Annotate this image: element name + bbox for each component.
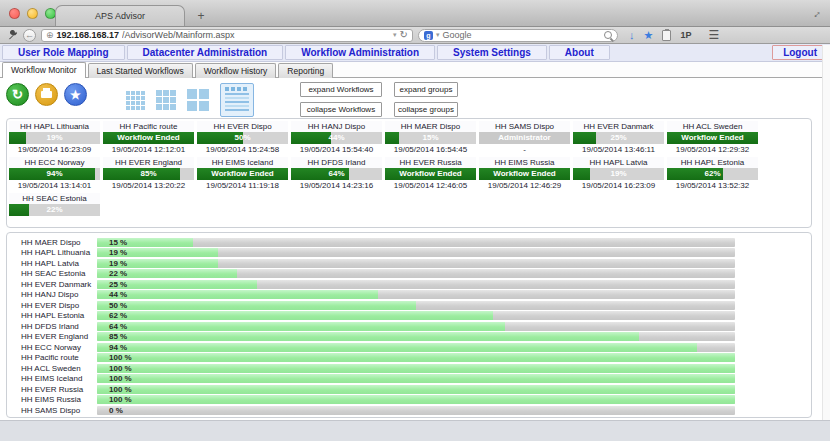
workflow-card-status-text: 50%	[197, 132, 288, 144]
workflow-card[interactable]: HH EVER RussiaWorkflow Ended19/05/2014 1…	[385, 157, 476, 191]
workflow-card[interactable]: HH EVER England85%19/05/2014 13:20:22	[103, 157, 194, 191]
workflow-card-timestamp: 19/05/2014 13:14:01	[9, 180, 100, 191]
collapse-workflows-button[interactable]: collapse Workflows	[300, 102, 382, 117]
back-button[interactable]: ←	[23, 29, 36, 42]
workflow-card-title: HH ECC Norway	[9, 157, 100, 168]
app-tab-strip: Workflow MonitorLast Started WorkflowsWo…	[0, 62, 830, 78]
tab-workflow-history[interactable]: Workflow History	[195, 63, 277, 78]
workflow-progress-rows: HH MAER Dispo15 %HH HAPL Lithuania19 %HH…	[7, 237, 811, 416]
workflow-progress-label: HH ECC Norway	[7, 343, 97, 352]
workflow-card-progress-bar: 15%	[385, 132, 476, 144]
small-tiles-view-icon[interactable]	[126, 91, 145, 110]
workflow-card[interactable]: HH EIMS RussiaWorkflow Ended19/05/2014 1…	[479, 157, 570, 191]
url-dropdown-icon[interactable]: ▾	[393, 31, 397, 39]
new-tab-button[interactable]: +	[192, 9, 210, 23]
workflow-card-progress-bar: 64%	[291, 168, 382, 180]
browser-tab-title: APS Advisor	[95, 11, 145, 21]
search-icon[interactable]	[604, 31, 612, 39]
window-controls[interactable]	[9, 8, 56, 19]
menu-item-workflow-administration[interactable]: Workflow Administration	[285, 45, 435, 60]
workflow-progress-label: HH SEAC Estonia	[7, 269, 97, 278]
browser-tab[interactable]: APS Advisor	[55, 5, 185, 26]
workflow-card[interactable]: HH EVER Dispo50%19/05/2014 15:24:58	[197, 121, 288, 155]
minimize-window-button[interactable]	[27, 8, 38, 19]
expand-groups-button[interactable]: expand groups	[394, 82, 458, 97]
workflow-card[interactable]: HH SAMS DispoAdministrator-	[479, 121, 570, 155]
workflow-progress-percent: 15 %	[109, 238, 127, 247]
workflow-card-progress-bar: 44%	[291, 132, 382, 144]
tab-last-started-workflows[interactable]: Last Started Workflows	[88, 63, 193, 78]
workflow-card-progress-bar: 22%	[9, 204, 100, 216]
workflow-progress-track: 85 %	[97, 332, 735, 341]
workflow-progress-fill	[97, 395, 735, 404]
collapse-groups-button[interactable]: collapse groups	[394, 102, 458, 117]
large-tiles-view-icon[interactable]	[187, 89, 209, 111]
workflow-card-title: HH SAMS Dispo	[479, 121, 570, 132]
search-bar[interactable]: g ▾ Google	[418, 29, 618, 42]
workflow-progress-row: HH EIMS Iceland100 %	[7, 374, 811, 385]
workflow-card-status-text: 44%	[291, 132, 382, 144]
search-engine-dropdown-icon[interactable]: ▾	[436, 31, 440, 39]
menu-icon[interactable]: ☰	[708, 28, 719, 42]
workflow-card[interactable]: HH HANJ Dispo44%19/05/2014 15:54:40	[291, 121, 382, 155]
downloads-icon[interactable]: ↓	[629, 30, 635, 41]
workflow-card[interactable]: HH HAPL Estonia62%19/05/2014 13:52:32	[667, 157, 758, 191]
medium-tiles-view-icon[interactable]	[156, 90, 176, 110]
fullscreen-icon[interactable]: ↔	[807, 5, 823, 21]
workflow-toolbar: ↻ ★ expand Workflowsexpand groupscollaps…	[0, 79, 830, 117]
workflow-card-title: HH EIMS Russia	[479, 157, 570, 168]
workflow-card[interactable]: HH ACL SwedenWorkflow Ended19/05/2014 12…	[667, 121, 758, 155]
expand-workflows-button[interactable]: expand Workflows	[300, 82, 382, 97]
workflow-progress-percent: 50 %	[109, 301, 127, 310]
logout-button[interactable]: Logout	[772, 45, 828, 60]
page-scrollbar[interactable]	[822, 45, 830, 420]
workflow-card-title: HH SEAC Estonia	[9, 193, 100, 204]
site-identity-icon[interactable]: ⊕	[46, 31, 54, 40]
workflow-card[interactable]: HH DFDS Irland64%19/05/2014 14:23:16	[291, 157, 382, 191]
list-view-icon-selected[interactable]	[220, 83, 254, 117]
workflow-progress-row: HH SEAC Estonia22 %	[7, 269, 811, 280]
close-window-button[interactable]	[9, 8, 20, 19]
reload-icon[interactable]: ↻	[400, 30, 408, 40]
workflow-progress-row: HH EVER England85 %	[7, 332, 811, 343]
print-icon[interactable]	[35, 83, 58, 106]
workflow-progress-row: HH DFDS Irland64 %	[7, 321, 811, 332]
workflow-card[interactable]: HH SEAC Estonia22%	[9, 193, 100, 227]
workflow-card-timestamp: 19/05/2014 13:52:32	[667, 180, 758, 191]
search-placeholder: Google	[443, 30, 601, 40]
onepassword-icon[interactable]: 1P	[680, 30, 691, 40]
menu-item-user-role-mapping[interactable]: User Role Mapping	[2, 45, 125, 60]
menu-item-about[interactable]: About	[549, 45, 610, 60]
workflow-card-timestamp: 19/05/2014 16:23:09	[573, 180, 664, 191]
workflow-progress-fill	[97, 374, 735, 383]
workflow-progress-track: 100 %	[97, 374, 735, 383]
workflow-card[interactable]: HH HAPL Latvia19%19/05/2014 16:23:09	[573, 157, 664, 191]
search-engine-icon[interactable]: g	[424, 31, 433, 40]
workflow-progress-row: HH Pacific route100 %	[7, 353, 811, 364]
workflow-progress-row: HH MAER Dispo15 %	[7, 237, 811, 248]
workflow-card[interactable]: HH EIMS IcelandWorkflow Ended19/05/2014 …	[197, 157, 288, 191]
workflow-card[interactable]: HH ECC Norway94%19/05/2014 13:14:01	[9, 157, 100, 191]
workflow-card[interactable]: HH Pacific routeWorkflow Ended19/05/2014…	[103, 121, 194, 155]
workflow-progress-label: HH HAPL Lithuania	[7, 248, 97, 257]
workflow-card-status-text: 64%	[291, 168, 382, 180]
workflow-card[interactable]: HH HAPL Lithuania19%19/05/2014 16:23:09	[9, 121, 100, 155]
wrench-icon[interactable]	[7, 30, 18, 41]
workflow-progress-row: HH EVER Dispo50 %	[7, 300, 811, 311]
tab-reporting[interactable]: Reporting	[278, 63, 333, 78]
workflow-card-timestamp: 19/05/2014 12:12:01	[103, 144, 194, 155]
menu-item-datacenter-administration[interactable]: Datacenter Administration	[127, 45, 284, 60]
bookmark-icon[interactable]: ★	[644, 30, 654, 41]
refresh-icon[interactable]: ↻	[6, 83, 29, 106]
favorite-icon[interactable]: ★	[64, 83, 87, 106]
workflow-cards-grid: HH HAPL Lithuania19%19/05/2014 16:23:09H…	[9, 121, 809, 227]
url-bar[interactable]: ⊕ 192.168.168.17 /AdvisorWeb/Mainform.as…	[41, 29, 413, 42]
clipboard-extension-icon[interactable]	[662, 30, 671, 41]
workflow-card[interactable]: HH EVER Danmark25%19/05/2014 13:46:11	[573, 121, 664, 155]
tab-workflow-monitor[interactable]: Workflow Monitor	[2, 62, 86, 78]
workflow-card[interactable]: HH MAER Dispo15%19/05/2014 16:54:45	[385, 121, 476, 155]
workflow-card-timestamp: 19/05/2014 12:29:32	[667, 144, 758, 155]
workflow-card-title: HH DFDS Irland	[291, 157, 382, 168]
workflow-progress-percent: 100 %	[109, 364, 132, 373]
menu-item-system-settings[interactable]: System Settings	[437, 45, 547, 60]
